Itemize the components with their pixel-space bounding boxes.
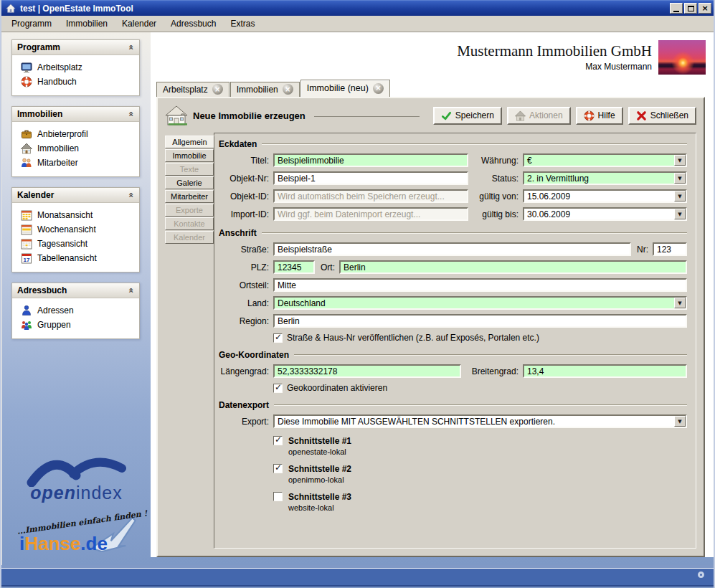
tab-close-icon[interactable]: × [283, 84, 293, 95]
sidebar-item-gruppen[interactable]: Gruppen [21, 318, 136, 332]
objektnr-label: Objekt-Nr: [219, 174, 269, 184]
objektid-label: Objekt-ID: [219, 191, 269, 201]
sidebar-item-immobilien[interactable]: Immobilien [21, 141, 136, 156]
ihanse-logo: ...Immobilien einfach finden ! iHanse.de [12, 513, 141, 555]
side-tab-kalender[interactable]: Kalender [165, 231, 214, 244]
menu-extras[interactable]: Extras [223, 16, 262, 31]
sidebar-item-adressen[interactable]: Adressen [21, 303, 136, 318]
land-select[interactable]: Deutschland [273, 296, 687, 310]
tab-label: Arbeitsplatz [163, 85, 208, 95]
sidebar-item-tabellenansicht[interactable]: Tabellenansicht [21, 251, 136, 265]
geo-activate-checkbox[interactable] [273, 384, 283, 393]
company-name: Mustermann Immobilien GmbH [457, 42, 652, 60]
menu-adressbuch[interactable]: Adressbuch [164, 16, 223, 31]
actions-button[interactable]: Aktionen [507, 107, 571, 125]
menu-immobilien[interactable]: Immobilien [59, 16, 115, 31]
waehrung-select[interactable]: € [523, 153, 687, 167]
interface-1-checkbox[interactable] [273, 436, 283, 445]
region-input[interactable]: Berlin [273, 314, 687, 328]
nr-input[interactable]: 123 [653, 242, 687, 256]
tab-close-icon[interactable]: × [212, 84, 223, 95]
collapse-chevron-icon[interactable]: « [126, 192, 136, 198]
laengengrad-label: Längengrad: [219, 366, 269, 376]
sidebar-item-label: Monatsansicht [37, 210, 93, 220]
dropdown-arrow-icon[interactable] [674, 298, 686, 308]
collapse-chevron-icon[interactable]: « [126, 44, 136, 50]
close-button[interactable]: × [699, 3, 711, 14]
sidebar-group-kalender-header[interactable]: Kalender « [12, 188, 139, 203]
ortsteil-input[interactable]: Mitte [273, 278, 687, 292]
dropdown-arrow-icon[interactable] [674, 173, 686, 184]
sidebar-group-programm-header[interactable]: Programm « [12, 40, 139, 55]
save-button[interactable]: Speichern [433, 107, 502, 125]
importid-label: Import-ID: [219, 209, 269, 219]
tab-immobilien[interactable]: Immobilien × [230, 82, 300, 97]
ort-label: Ort: [321, 262, 335, 272]
collapse-chevron-icon[interactable]: « [126, 288, 136, 293]
maximize-icon [688, 6, 694, 11]
objektnr-input[interactable]: Beispiel-1 [273, 171, 468, 185]
side-tab-exporte[interactable]: Exporte [165, 204, 214, 217]
tab-immobilie-neu[interactable]: Immobilie (neu) × [300, 80, 390, 97]
nr-label: Nr: [637, 245, 648, 255]
status-select[interactable]: 2. in Vermittlung [523, 171, 687, 185]
gueltig-von-select[interactable]: 15.06.2009 [523, 189, 687, 203]
plz-input[interactable]: 12345 [273, 260, 315, 274]
interface-1-name: Schnittstelle #1 [288, 436, 351, 446]
gueltig-bis-select[interactable]: 30.06.2009 [523, 207, 687, 221]
app-house-icon [5, 4, 16, 14]
dropdown-arrow-icon[interactable] [674, 191, 686, 201]
title-divider [314, 116, 420, 117]
ort-input[interactable]: Berlin [339, 260, 687, 274]
interface-3-checkbox[interactable] [273, 492, 283, 501]
maximize-button[interactable] [684, 3, 697, 14]
sidebar-item-arbeitsplatz[interactable]: Arbeitsplatz [21, 60, 136, 75]
sidebar-item-tagesansicht[interactable]: Tagesansicht [21, 237, 136, 251]
dropdown-arrow-icon[interactable] [674, 416, 686, 427]
minimize-button[interactable] [670, 3, 683, 14]
sidebar-item-label: Tabellenansicht [37, 253, 97, 263]
laengengrad-input[interactable]: 52,3333332178 [273, 364, 461, 378]
window-title: test | OpenEstate ImmoTool [20, 4, 670, 14]
breitengrad-label: Breitengrad: [467, 366, 519, 376]
menu-kalender[interactable]: Kalender [115, 16, 164, 31]
interface-3-name: Schnittstelle #3 [288, 492, 351, 502]
close-form-button[interactable]: Schließen [628, 107, 696, 125]
titel-input[interactable]: Beispielimmobilie [273, 153, 468, 167]
document-tabbar: Arbeitsplatz × Immobilien × Immobilie (n… [151, 80, 714, 97]
publish-address-checkbox[interactable] [273, 333, 283, 343]
side-tab-texte[interactable]: Texte [165, 163, 214, 176]
status-label: Status: [474, 174, 519, 184]
interface-2-checkbox[interactable] [273, 464, 283, 473]
collapse-chevron-icon[interactable]: « [126, 111, 136, 117]
tab-close-icon[interactable]: × [373, 83, 384, 94]
titel-label: Titel: [219, 156, 269, 166]
sidebar-group-adressbuch-header[interactable]: Adressbuch « [12, 283, 139, 298]
side-tab-galerie[interactable]: Galerie [165, 176, 214, 189]
sidebar-item-wochenansicht[interactable]: Wochenansicht [21, 222, 136, 237]
tab-arbeitsplatz[interactable]: Arbeitsplatz × [156, 82, 229, 97]
allgemein-form: Eckdaten Titel: Beispielimmobilie Währun… [214, 133, 696, 549]
sidebar-item-handbuch[interactable]: Handbuch [21, 75, 136, 89]
dropdown-arrow-icon[interactable] [674, 155, 686, 166]
ortsteil-label: Ortsteil: [219, 280, 269, 290]
help-button[interactable]: Hilfe [576, 107, 623, 125]
gueltig-bis-label: gültig bis: [474, 209, 519, 219]
dropdown-arrow-icon[interactable] [674, 209, 686, 219]
sidebar-item-mitarbeiter[interactable]: Mitarbeiter [21, 156, 136, 170]
group-title: Programm [17, 42, 60, 52]
minimize-icon [673, 11, 679, 12]
sidebar-item-monatsansicht[interactable]: Monatsansicht [21, 208, 136, 222]
sidebar-item-anbieterprofil[interactable]: Anbieterprofil [21, 127, 136, 141]
menu-programm[interactable]: Programm [4, 16, 59, 31]
sidebar-item-label: Mitarbeiter [37, 158, 78, 168]
side-tab-immobilie[interactable]: Immobilie [165, 149, 214, 162]
export-select[interactable]: Diese Immobilie MIT AUSGEWÄHLTEN SCHNITT… [273, 414, 687, 428]
breitengrad-input[interactable]: 13,4 [523, 364, 687, 378]
sidebar-group-immobilien-header[interactable]: Immobilien « [12, 107, 139, 122]
side-tab-mitarbeiter[interactable]: Mitarbeiter [165, 190, 214, 203]
group-title: Adressbuch [17, 285, 67, 295]
strasse-input[interactable]: Beispielstraße [273, 242, 631, 256]
side-tab-kontakte[interactable]: Kontakte [165, 217, 214, 230]
side-tab-allgemein[interactable]: Allgemein [165, 136, 214, 148]
